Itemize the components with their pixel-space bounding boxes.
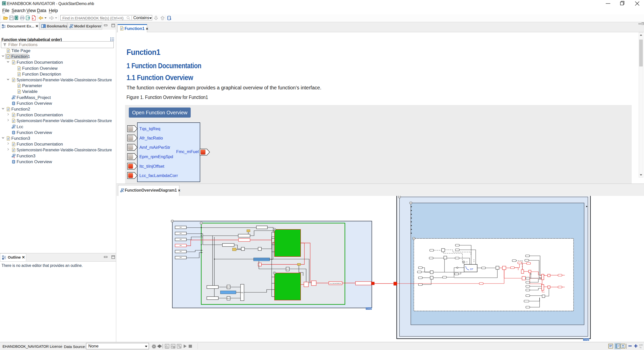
svg-text:Lcc_facLambdaCorr: Lcc_facLambdaCorr xyxy=(139,173,178,178)
svg-text:100: 100 xyxy=(639,344,643,346)
svg-text:Amf_mAirPerStr: Amf_mAirPerStr xyxy=(139,145,170,150)
svg-text:DT: DT xyxy=(470,268,473,270)
svg-text:NOT: NOT xyxy=(227,298,230,299)
svg-text:Epm_rpmEngSpd: Epm_rpmEngSpd xyxy=(139,154,173,159)
svg-text:%: % xyxy=(639,346,641,349)
svg-text:Compact: Compact xyxy=(584,339,591,341)
svg-text:AND: AND xyxy=(241,292,244,293)
svg-text:Afr_facRatio: Afr_facRatio xyxy=(139,136,163,141)
svg-text:NOT: NOT xyxy=(286,268,289,270)
svg-text:Fmc_mFuel: Fmc_mFuel xyxy=(176,149,199,154)
svg-text:Lcc_facLambdaCorr: Lcc_facLambdaCorr xyxy=(330,283,341,284)
svg-text:Itc_tiInjOffset: Itc_tiInjOffset xyxy=(139,164,164,169)
svg-text:P: P xyxy=(32,17,34,20)
svg-text:NOT: NOT xyxy=(227,286,230,288)
svg-text:Compact: Compact xyxy=(366,308,373,310)
svg-text:Tqs_tqReq: Tqs_tqReq xyxy=(139,126,160,131)
